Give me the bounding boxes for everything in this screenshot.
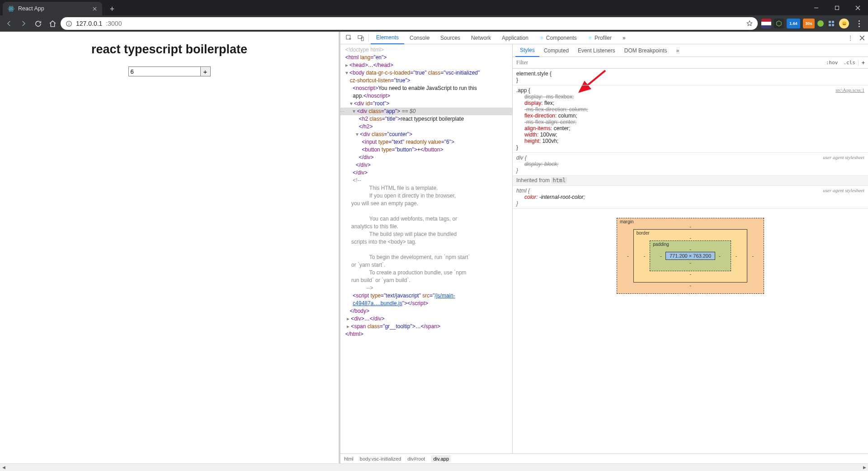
rule-source-ua: user agent stylesheet (823, 188, 864, 193)
ext-flag-icon[interactable] (761, 19, 771, 28)
tab-strip: React App + (0, 0, 868, 15)
rule-html-ua[interactable]: user agent stylesheet html { color: -int… (513, 186, 868, 209)
close-tab-icon[interactable] (91, 5, 98, 12)
box-model: margin - - border - - (513, 209, 868, 303)
ext-blue-pill-icon[interactable]: 1.64 (787, 19, 800, 28)
react-icon: ⚛ (588, 35, 593, 41)
extensions: 1.64 30s 😄 (760, 19, 851, 28)
browser-chrome: React App + 127.0.0.1:3000 1.64 30s (0, 0, 868, 32)
new-tab-button[interactable]: + (106, 3, 118, 15)
ext-avatar-icon[interactable]: 😄 (839, 19, 849, 28)
breadcrumb: html body.vsc-initialized div#root div.a… (340, 453, 868, 463)
elements-panel: <!doctype html> <html lang="en"> ▸ <head… (340, 44, 513, 453)
inspect-icon[interactable] (343, 32, 355, 44)
url-host: 127.0.0.1 (76, 20, 102, 27)
tab-elements[interactable]: Elements (371, 32, 404, 44)
hov-toggle[interactable]: :hov (823, 60, 841, 66)
address-bar[interactable]: 127.0.0.1:3000 (61, 17, 758, 30)
crumb-body[interactable]: body.vsc-initialized (360, 456, 401, 462)
rule-source-link[interactable]: src\App.scss:1 (835, 87, 864, 93)
crumb-root[interactable]: div#root (407, 456, 425, 462)
tab-network[interactable]: Network (466, 32, 496, 44)
new-style-rule-button[interactable]: + (858, 60, 868, 66)
cls-toggle[interactable]: .cls (841, 60, 859, 66)
app-root: react typescript boilerplate + (0, 32, 339, 463)
devtools: Elements Console Sources Network Applica… (340, 32, 868, 463)
chrome-menu-button[interactable] (853, 20, 865, 27)
tab-sources[interactable]: Sources (435, 32, 466, 44)
page-viewport: react typescript boilerplate + (0, 32, 340, 463)
tab-title: React App (18, 5, 88, 12)
devtools-menu-icon[interactable]: ⋮ (844, 32, 856, 44)
browser-tab[interactable]: React App (3, 2, 102, 15)
styles-rules[interactable]: element.style { } src\App.scss:1 .app { … (513, 69, 868, 209)
styles-filter-input[interactable] (513, 59, 823, 66)
site-info-icon[interactable] (65, 20, 72, 27)
crumb-html[interactable]: html (344, 456, 354, 462)
rule-div-ua[interactable]: user agent stylesheet div { display: blo… (513, 153, 868, 176)
counter-input[interactable] (128, 66, 201, 76)
window-horizontal-scrollbar[interactable]: ◀ ▶ (0, 463, 868, 471)
close-window-button[interactable] (847, 0, 868, 15)
url-port: :3000 (106, 20, 122, 27)
counter: + (128, 66, 211, 76)
rule-app[interactable]: src\App.scss:1 .app { display: -ms-flexb… (513, 85, 868, 153)
crumb-app[interactable]: div.app (431, 455, 451, 462)
device-toggle-icon[interactable] (355, 32, 367, 44)
tab-console[interactable]: Console (404, 32, 435, 44)
ext-grid-icon[interactable] (826, 19, 836, 28)
content-row: react typescript boilerplate + Elements … (0, 32, 868, 463)
subtab-event-listeners[interactable]: Event Listeners (573, 44, 620, 57)
styles-panel: Styles Computed Event Listeners DOM Brea… (513, 44, 868, 453)
devtools-close-icon[interactable] (856, 32, 868, 44)
styles-tabs: Styles Computed Event Listeners DOM Brea… (513, 44, 868, 57)
box-content[interactable]: 771.200 × 763.200 (665, 252, 715, 260)
elements-tree[interactable]: <!doctype html> <html lang="en"> ▸ <head… (340, 44, 512, 453)
styles-toolbar: :hov .cls + (513, 57, 868, 69)
box-padding[interactable]: padding - - 771.200 × 763.200 - - (650, 240, 731, 271)
toolbar: 127.0.0.1:3000 1.64 30s 😄 (0, 15, 868, 32)
subtab-computed[interactable]: Computed (539, 44, 573, 57)
increment-button[interactable]: + (201, 66, 211, 76)
scroll-left-icon[interactable]: ◀ (0, 464, 7, 471)
ext-node-icon[interactable] (774, 19, 784, 28)
svg-rect-13 (361, 37, 363, 41)
back-button[interactable] (3, 17, 15, 30)
inherited-from-header: Inherited from html (513, 176, 868, 186)
box-border[interactable]: border - - padding - - (633, 229, 748, 283)
home-button[interactable] (46, 17, 59, 30)
scroll-right-icon[interactable]: ▶ (861, 464, 868, 471)
subtabs-overflow-icon[interactable]: » (671, 44, 684, 57)
react-icon: ⚛ (539, 35, 544, 41)
devtools-tabs: Elements Console Sources Network Applica… (340, 32, 868, 44)
tab-components[interactable]: ⚛Components (534, 32, 582, 44)
tabs-overflow-icon[interactable]: » (617, 32, 631, 44)
svg-point-6 (68, 22, 69, 23)
divider (368, 34, 369, 42)
subtab-dom-breakpoints[interactable]: DOM Breakpoints (620, 44, 672, 57)
svg-rect-8 (832, 21, 834, 23)
svg-rect-4 (835, 6, 839, 9)
ext-orange-pill-icon[interactable]: 30s (803, 19, 815, 28)
tab-application[interactable]: Application (496, 32, 534, 44)
reload-button[interactable] (32, 17, 44, 30)
maximize-button[interactable] (826, 0, 847, 15)
tab-profiler[interactable]: ⚛Profiler (582, 32, 617, 44)
app-title: react typescript boilerplate (91, 42, 247, 57)
minimize-button[interactable] (806, 0, 826, 15)
box-margin[interactable]: margin - - border - - (617, 218, 764, 294)
react-favicon (7, 5, 14, 12)
devtools-body: <!doctype html> <html lang="en"> ▸ <head… (340, 44, 868, 453)
svg-rect-7 (829, 21, 831, 23)
forward-button[interactable] (17, 17, 30, 30)
rule-source-ua: user agent stylesheet (823, 155, 864, 160)
svg-rect-10 (832, 24, 834, 26)
svg-rect-9 (829, 24, 831, 26)
subtab-styles[interactable]: Styles (515, 44, 539, 57)
rule-element-style[interactable]: element.style { } (513, 69, 868, 85)
ext-green-dot-icon[interactable] (817, 20, 824, 27)
window-controls (806, 0, 868, 15)
bookmark-star-icon[interactable] (746, 20, 753, 27)
